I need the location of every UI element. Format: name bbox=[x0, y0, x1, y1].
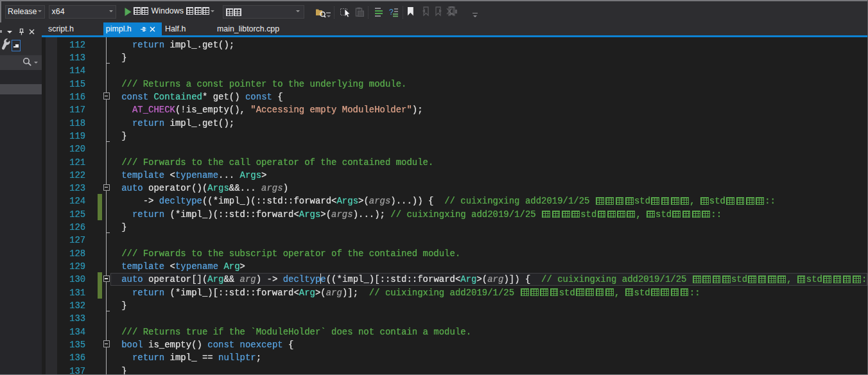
svg-text:?: ? bbox=[389, 8, 394, 17]
